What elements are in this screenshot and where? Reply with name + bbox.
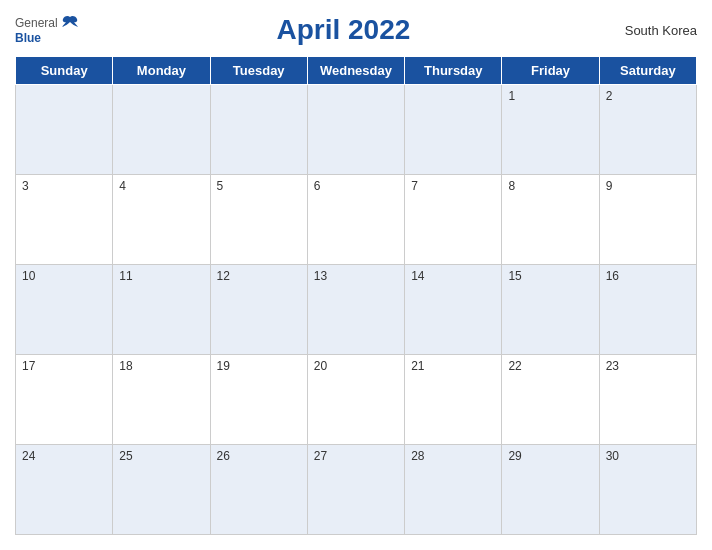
day-number: 18 — [119, 359, 132, 373]
day-number: 8 — [508, 179, 515, 193]
calendar-day-cell — [16, 85, 113, 175]
day-number: 24 — [22, 449, 35, 463]
logo-blue-text: Blue — [15, 31, 41, 45]
calendar-day-cell: 14 — [405, 265, 502, 355]
calendar-day-cell: 25 — [113, 445, 210, 535]
calendar-day-cell: 29 — [502, 445, 599, 535]
day-number: 23 — [606, 359, 619, 373]
calendar-week-row: 10111213141516 — [16, 265, 697, 355]
calendar-day-cell: 18 — [113, 355, 210, 445]
calendar-day-cell: 24 — [16, 445, 113, 535]
weekday-header-sunday: Sunday — [16, 57, 113, 85]
calendar-day-cell: 19 — [210, 355, 307, 445]
day-number: 4 — [119, 179, 126, 193]
calendar-day-cell — [210, 85, 307, 175]
calendar-day-cell: 10 — [16, 265, 113, 355]
calendar-day-cell: 13 — [307, 265, 404, 355]
calendar-header: General Blue April 2022 South Korea — [15, 10, 697, 50]
day-number: 9 — [606, 179, 613, 193]
calendar-day-cell: 1 — [502, 85, 599, 175]
logo-bird-icon — [60, 15, 80, 31]
weekday-header-monday: Monday — [113, 57, 210, 85]
day-number: 21 — [411, 359, 424, 373]
calendar-day-cell: 20 — [307, 355, 404, 445]
day-number: 19 — [217, 359, 230, 373]
calendar-week-row: 3456789 — [16, 175, 697, 265]
day-number: 29 — [508, 449, 521, 463]
day-number: 16 — [606, 269, 619, 283]
weekday-header-friday: Friday — [502, 57, 599, 85]
day-number: 17 — [22, 359, 35, 373]
calendar-day-cell — [113, 85, 210, 175]
calendar-day-cell: 2 — [599, 85, 696, 175]
calendar-day-cell: 28 — [405, 445, 502, 535]
day-number: 7 — [411, 179, 418, 193]
weekday-header-tuesday: Tuesday — [210, 57, 307, 85]
weekday-header-thursday: Thursday — [405, 57, 502, 85]
calendar-day-cell: 17 — [16, 355, 113, 445]
calendar-week-row: 24252627282930 — [16, 445, 697, 535]
calendar-day-cell: 5 — [210, 175, 307, 265]
calendar-day-cell: 23 — [599, 355, 696, 445]
logo: General Blue — [15, 15, 80, 45]
calendar-day-cell: 12 — [210, 265, 307, 355]
calendar-day-cell: 27 — [307, 445, 404, 535]
weekday-header-saturday: Saturday — [599, 57, 696, 85]
calendar-day-cell — [405, 85, 502, 175]
calendar-day-cell: 15 — [502, 265, 599, 355]
day-number: 1 — [508, 89, 515, 103]
day-number: 11 — [119, 269, 132, 283]
calendar-day-cell: 22 — [502, 355, 599, 445]
logo-general-text: General — [15, 16, 58, 30]
country-label: South Korea — [607, 23, 697, 38]
day-number: 5 — [217, 179, 224, 193]
calendar-day-cell: 8 — [502, 175, 599, 265]
calendar-title: April 2022 — [80, 14, 607, 46]
calendar-day-cell: 21 — [405, 355, 502, 445]
calendar-week-row: 12 — [16, 85, 697, 175]
weekday-header-row: SundayMondayTuesdayWednesdayThursdayFrid… — [16, 57, 697, 85]
day-number: 10 — [22, 269, 35, 283]
weekday-header-wednesday: Wednesday — [307, 57, 404, 85]
day-number: 13 — [314, 269, 327, 283]
day-number: 30 — [606, 449, 619, 463]
day-number: 27 — [314, 449, 327, 463]
day-number: 14 — [411, 269, 424, 283]
day-number: 20 — [314, 359, 327, 373]
calendar-day-cell: 7 — [405, 175, 502, 265]
calendar-day-cell: 11 — [113, 265, 210, 355]
calendar-day-cell: 6 — [307, 175, 404, 265]
day-number: 28 — [411, 449, 424, 463]
day-number: 15 — [508, 269, 521, 283]
calendar-week-row: 17181920212223 — [16, 355, 697, 445]
day-number: 3 — [22, 179, 29, 193]
calendar-day-cell: 4 — [113, 175, 210, 265]
day-number: 12 — [217, 269, 230, 283]
calendar-day-cell: 9 — [599, 175, 696, 265]
calendar-table: SundayMondayTuesdayWednesdayThursdayFrid… — [15, 56, 697, 535]
day-number: 6 — [314, 179, 321, 193]
day-number: 25 — [119, 449, 132, 463]
day-number: 22 — [508, 359, 521, 373]
calendar-day-cell — [307, 85, 404, 175]
calendar-day-cell: 3 — [16, 175, 113, 265]
calendar-day-cell: 26 — [210, 445, 307, 535]
day-number: 26 — [217, 449, 230, 463]
calendar-day-cell: 16 — [599, 265, 696, 355]
day-number: 2 — [606, 89, 613, 103]
calendar-day-cell: 30 — [599, 445, 696, 535]
